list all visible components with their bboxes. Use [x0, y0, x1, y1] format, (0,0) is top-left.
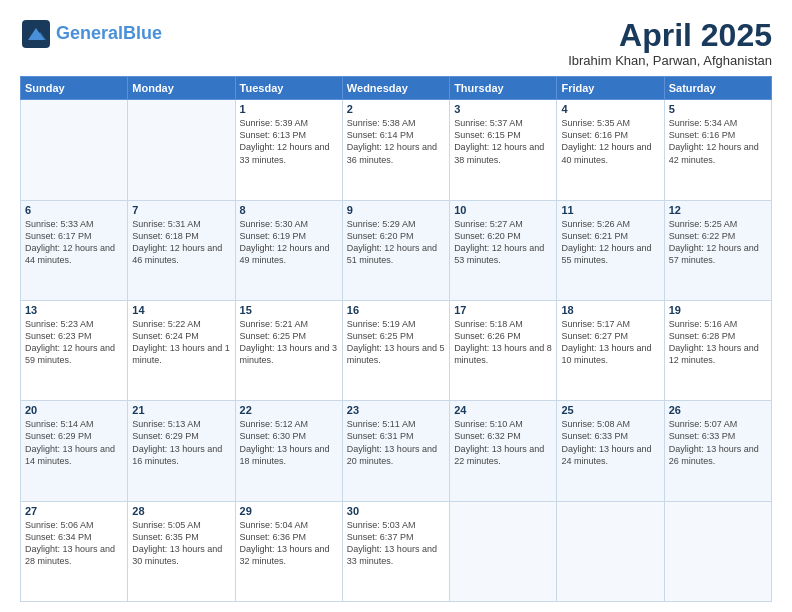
day-number: 17 — [454, 304, 552, 316]
day-detail: Sunrise: 5:03 AMSunset: 6:37 PMDaylight:… — [347, 519, 445, 568]
day-detail: Sunrise: 5:29 AMSunset: 6:20 PMDaylight:… — [347, 218, 445, 267]
day-detail: Sunrise: 5:08 AMSunset: 6:33 PMDaylight:… — [561, 418, 659, 467]
day-detail: Sunrise: 5:18 AMSunset: 6:26 PMDaylight:… — [454, 318, 552, 367]
day-number: 26 — [669, 404, 767, 416]
table-row: 21Sunrise: 5:13 AMSunset: 6:29 PMDayligh… — [128, 401, 235, 501]
day-detail: Sunrise: 5:17 AMSunset: 6:27 PMDaylight:… — [561, 318, 659, 367]
day-number: 7 — [132, 204, 230, 216]
day-number: 14 — [132, 304, 230, 316]
day-number: 25 — [561, 404, 659, 416]
col-sunday: Sunday — [21, 77, 128, 100]
table-row — [664, 501, 771, 601]
table-row: 5Sunrise: 5:34 AMSunset: 6:16 PMDaylight… — [664, 100, 771, 200]
table-row — [557, 501, 664, 601]
table-row: 26Sunrise: 5:07 AMSunset: 6:33 PMDayligh… — [664, 401, 771, 501]
day-number: 8 — [240, 204, 338, 216]
table-row: 7Sunrise: 5:31 AMSunset: 6:18 PMDaylight… — [128, 200, 235, 300]
col-saturday: Saturday — [664, 77, 771, 100]
day-detail: Sunrise: 5:10 AMSunset: 6:32 PMDaylight:… — [454, 418, 552, 467]
day-detail: Sunrise: 5:05 AMSunset: 6:35 PMDaylight:… — [132, 519, 230, 568]
day-number: 15 — [240, 304, 338, 316]
table-row: 2Sunrise: 5:38 AMSunset: 6:14 PMDaylight… — [342, 100, 449, 200]
day-number: 29 — [240, 505, 338, 517]
day-detail: Sunrise: 5:26 AMSunset: 6:21 PMDaylight:… — [561, 218, 659, 267]
table-row: 15Sunrise: 5:21 AMSunset: 6:25 PMDayligh… — [235, 300, 342, 400]
day-detail: Sunrise: 5:06 AMSunset: 6:34 PMDaylight:… — [25, 519, 123, 568]
day-detail: Sunrise: 5:21 AMSunset: 6:25 PMDaylight:… — [240, 318, 338, 367]
day-detail: Sunrise: 5:07 AMSunset: 6:33 PMDaylight:… — [669, 418, 767, 467]
day-number: 19 — [669, 304, 767, 316]
day-detail: Sunrise: 5:25 AMSunset: 6:22 PMDaylight:… — [669, 218, 767, 267]
day-number: 6 — [25, 204, 123, 216]
calendar-week-row: 20Sunrise: 5:14 AMSunset: 6:29 PMDayligh… — [21, 401, 772, 501]
day-number: 3 — [454, 103, 552, 115]
calendar-week-row: 1Sunrise: 5:39 AMSunset: 6:13 PMDaylight… — [21, 100, 772, 200]
day-number: 28 — [132, 505, 230, 517]
table-row: 1Sunrise: 5:39 AMSunset: 6:13 PMDaylight… — [235, 100, 342, 200]
table-row: 18Sunrise: 5:17 AMSunset: 6:27 PMDayligh… — [557, 300, 664, 400]
header: GeneralBlue April 2025 Ibrahim Khan, Par… — [20, 18, 772, 68]
table-row: 3Sunrise: 5:37 AMSunset: 6:15 PMDaylight… — [450, 100, 557, 200]
table-row: 19Sunrise: 5:16 AMSunset: 6:28 PMDayligh… — [664, 300, 771, 400]
calendar-page: GeneralBlue April 2025 Ibrahim Khan, Par… — [0, 0, 792, 612]
logo-name: GeneralBlue — [56, 24, 162, 44]
col-monday: Monday — [128, 77, 235, 100]
logo-blue: Blue — [123, 23, 162, 43]
day-number: 2 — [347, 103, 445, 115]
day-number: 12 — [669, 204, 767, 216]
table-row: 24Sunrise: 5:10 AMSunset: 6:32 PMDayligh… — [450, 401, 557, 501]
day-detail: Sunrise: 5:23 AMSunset: 6:23 PMDaylight:… — [25, 318, 123, 367]
table-row: 16Sunrise: 5:19 AMSunset: 6:25 PMDayligh… — [342, 300, 449, 400]
table-row: 6Sunrise: 5:33 AMSunset: 6:17 PMDaylight… — [21, 200, 128, 300]
header-row: Sunday Monday Tuesday Wednesday Thursday… — [21, 77, 772, 100]
day-number: 23 — [347, 404, 445, 416]
table-row — [128, 100, 235, 200]
day-detail: Sunrise: 5:16 AMSunset: 6:28 PMDaylight:… — [669, 318, 767, 367]
day-number: 10 — [454, 204, 552, 216]
col-tuesday: Tuesday — [235, 77, 342, 100]
day-number: 22 — [240, 404, 338, 416]
day-detail: Sunrise: 5:14 AMSunset: 6:29 PMDaylight:… — [25, 418, 123, 467]
col-friday: Friday — [557, 77, 664, 100]
day-detail: Sunrise: 5:34 AMSunset: 6:16 PMDaylight:… — [669, 117, 767, 166]
day-number: 9 — [347, 204, 445, 216]
day-detail: Sunrise: 5:30 AMSunset: 6:19 PMDaylight:… — [240, 218, 338, 267]
table-row: 9Sunrise: 5:29 AMSunset: 6:20 PMDaylight… — [342, 200, 449, 300]
table-row: 27Sunrise: 5:06 AMSunset: 6:34 PMDayligh… — [21, 501, 128, 601]
table-row: 23Sunrise: 5:11 AMSunset: 6:31 PMDayligh… — [342, 401, 449, 501]
day-detail: Sunrise: 5:31 AMSunset: 6:18 PMDaylight:… — [132, 218, 230, 267]
day-number: 16 — [347, 304, 445, 316]
logo-icon — [20, 18, 52, 50]
table-row: 13Sunrise: 5:23 AMSunset: 6:23 PMDayligh… — [21, 300, 128, 400]
table-row: 12Sunrise: 5:25 AMSunset: 6:22 PMDayligh… — [664, 200, 771, 300]
title-block: April 2025 Ibrahim Khan, Parwan, Afghani… — [568, 18, 772, 68]
calendar-week-row: 27Sunrise: 5:06 AMSunset: 6:34 PMDayligh… — [21, 501, 772, 601]
day-number: 18 — [561, 304, 659, 316]
day-number: 20 — [25, 404, 123, 416]
calendar-week-row: 6Sunrise: 5:33 AMSunset: 6:17 PMDaylight… — [21, 200, 772, 300]
day-number: 21 — [132, 404, 230, 416]
day-detail: Sunrise: 5:13 AMSunset: 6:29 PMDaylight:… — [132, 418, 230, 467]
table-row: 29Sunrise: 5:04 AMSunset: 6:36 PMDayligh… — [235, 501, 342, 601]
table-row — [21, 100, 128, 200]
logo-general: General — [56, 23, 123, 43]
col-thursday: Thursday — [450, 77, 557, 100]
table-row — [450, 501, 557, 601]
calendar-table: Sunday Monday Tuesday Wednesday Thursday… — [20, 76, 772, 602]
day-detail: Sunrise: 5:39 AMSunset: 6:13 PMDaylight:… — [240, 117, 338, 166]
day-detail: Sunrise: 5:38 AMSunset: 6:14 PMDaylight:… — [347, 117, 445, 166]
table-row: 28Sunrise: 5:05 AMSunset: 6:35 PMDayligh… — [128, 501, 235, 601]
subtitle: Ibrahim Khan, Parwan, Afghanistan — [568, 53, 772, 68]
logo: GeneralBlue — [20, 18, 162, 50]
table-row: 17Sunrise: 5:18 AMSunset: 6:26 PMDayligh… — [450, 300, 557, 400]
day-number: 4 — [561, 103, 659, 115]
day-detail: Sunrise: 5:11 AMSunset: 6:31 PMDaylight:… — [347, 418, 445, 467]
day-number: 27 — [25, 505, 123, 517]
day-number: 11 — [561, 204, 659, 216]
table-row: 14Sunrise: 5:22 AMSunset: 6:24 PMDayligh… — [128, 300, 235, 400]
day-detail: Sunrise: 5:33 AMSunset: 6:17 PMDaylight:… — [25, 218, 123, 267]
day-number: 30 — [347, 505, 445, 517]
table-row: 10Sunrise: 5:27 AMSunset: 6:20 PMDayligh… — [450, 200, 557, 300]
day-detail: Sunrise: 5:35 AMSunset: 6:16 PMDaylight:… — [561, 117, 659, 166]
day-detail: Sunrise: 5:12 AMSunset: 6:30 PMDaylight:… — [240, 418, 338, 467]
